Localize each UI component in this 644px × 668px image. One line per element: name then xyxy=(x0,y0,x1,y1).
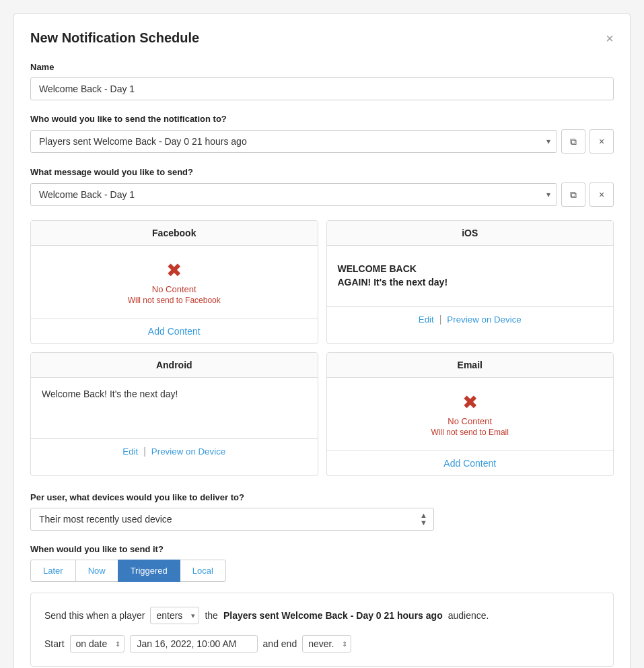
facebook-no-content-text: No Content xyxy=(152,284,196,294)
email-channel-header: Email xyxy=(327,353,614,378)
android-channel-header: Android xyxy=(31,353,318,378)
recipient-select-wrapper: Players sent Welcome Back - Day 0 21 hou… xyxy=(30,130,557,153)
facebook-channel-body: ✖ No Content Will not send to Facebook xyxy=(31,246,318,319)
message-select-wrapper: Welcome Back - Day 1 ▾ xyxy=(30,183,557,206)
android-preview-button[interactable]: Preview on Device xyxy=(151,446,225,457)
recipient-section: Who would you like to send the notificat… xyxy=(30,114,614,154)
channels-grid: Facebook ✖ No Content Will not send to F… xyxy=(30,220,614,476)
devices-select-wrapper: Their most recently used device ▲ ▼ xyxy=(30,508,434,531)
trigger-audience-text: Players sent Welcome Back - Day 0 21 hou… xyxy=(223,610,443,621)
ios-channel-header: iOS xyxy=(327,221,614,246)
trigger-text-middle: the xyxy=(205,610,217,621)
modal-container: New Notification Schedule × Name Who wou… xyxy=(13,13,631,668)
android-message-text: Welcome Back! It's the next day! xyxy=(42,389,178,399)
ios-channel-body: WELCOME BACK AGAIN! It's the next day! xyxy=(327,246,614,306)
trigger-text-before: Send this when a player xyxy=(44,610,145,621)
ios-channel-card: iOS WELCOME BACK AGAIN! It's the next da… xyxy=(326,220,614,344)
clear-icon: × xyxy=(599,136,604,147)
recipient-label: Who would you like to send the notificat… xyxy=(30,114,614,124)
recipient-clear-button[interactable]: × xyxy=(589,129,614,154)
end-select-wrapper: never. xyxy=(302,635,351,653)
email-channel-footer: Add Content xyxy=(327,450,614,475)
ios-separator: | xyxy=(439,314,442,325)
email-will-not-send: Will not send to Email xyxy=(431,428,509,437)
start-end-row: Start on date and end never. xyxy=(44,635,600,653)
email-add-content-button[interactable]: Add Content xyxy=(443,458,496,469)
start-select-wrapper: on date xyxy=(70,635,124,653)
schedule-tabs: Later Now Triggered Local xyxy=(30,560,614,582)
tab-local[interactable]: Local xyxy=(180,560,226,582)
ios-preview-button[interactable]: Preview on Device xyxy=(447,314,521,325)
date-input[interactable] xyxy=(130,635,258,653)
name-label: Name xyxy=(30,62,614,72)
message-copy-button[interactable]: ⧉ xyxy=(561,182,585,207)
android-channel-card: Android Welcome Back! It's the next day!… xyxy=(30,352,318,476)
copy-icon-2: ⧉ xyxy=(570,189,577,201)
devices-select[interactable]: Their most recently used device xyxy=(30,508,434,531)
android-message-content: Welcome Back! It's the next day! xyxy=(31,378,188,410)
send-section: When would you like to send it? Later No… xyxy=(30,544,614,667)
tab-later[interactable]: Later xyxy=(30,560,76,582)
message-label: What message would you like to send? xyxy=(30,167,614,177)
android-edit-preview-row: Edit | Preview on Device xyxy=(42,446,307,457)
trigger-row: Send this when a player enters the Playe… xyxy=(44,607,600,624)
ios-edit-button[interactable]: Edit xyxy=(419,314,434,325)
clear-icon-2: × xyxy=(599,189,604,200)
facebook-add-content-button[interactable]: Add Content xyxy=(148,326,201,337)
facebook-channel-header: Facebook xyxy=(31,221,318,246)
facebook-channel-card: Facebook ✖ No Content Will not send to F… xyxy=(30,220,318,344)
copy-icon: ⧉ xyxy=(570,136,577,147)
facebook-channel-footer: Add Content xyxy=(31,319,318,343)
android-channel-footer: Edit | Preview on Device xyxy=(31,438,318,463)
facebook-no-content-icon: ✖ xyxy=(166,259,182,281)
recipient-row: Players sent Welcome Back - Day 0 21 hou… xyxy=(30,129,614,154)
modal-title: New Notification Schedule xyxy=(30,30,199,46)
start-label: Start xyxy=(44,638,65,649)
android-separator: | xyxy=(143,446,146,457)
ios-message-content: WELCOME BACK AGAIN! It's the next day! xyxy=(327,252,459,300)
tab-now[interactable]: Now xyxy=(75,560,118,582)
end-label: and end xyxy=(263,638,297,649)
android-channel-body: Welcome Back! It's the next day! xyxy=(31,378,318,438)
facebook-will-not-send: Will not send to Facebook xyxy=(128,296,221,305)
modal-header: New Notification Schedule × xyxy=(30,30,614,46)
devices-section: Per user, what devices would you like to… xyxy=(30,492,614,531)
message-section: What message would you like to send? Wel… xyxy=(30,167,614,207)
tab-triggered[interactable]: Triggered xyxy=(118,560,180,582)
email-no-content-text: No Content xyxy=(448,416,492,426)
android-edit-button[interactable]: Edit xyxy=(122,446,138,457)
email-channel-card: Email ✖ No Content Will not send to Emai… xyxy=(326,352,614,476)
devices-label: Per user, what devices would you like to… xyxy=(30,492,614,502)
close-button[interactable]: × xyxy=(606,32,614,45)
message-row: Welcome Back - Day 1 ▾ ⧉ × xyxy=(30,182,614,207)
name-section: Name xyxy=(30,62,614,100)
email-no-content-icon: ✖ xyxy=(462,391,478,413)
recipient-select[interactable]: Players sent Welcome Back - Day 0 21 hou… xyxy=(30,130,557,153)
trigger-select-wrapper: enters xyxy=(150,607,199,624)
recipient-copy-button[interactable]: ⧉ xyxy=(561,129,585,154)
email-channel-body: ✖ No Content Will not send to Email xyxy=(327,378,614,450)
ios-channel-footer: Edit | Preview on Device xyxy=(327,306,614,331)
name-input[interactable] xyxy=(30,77,614,100)
ios-edit-preview-row: Edit | Preview on Device xyxy=(338,314,603,325)
send-label: When would you like to send it? xyxy=(30,544,614,554)
message-select[interactable]: Welcome Back - Day 1 xyxy=(30,183,557,206)
trigger-enters-select[interactable]: enters xyxy=(150,607,199,624)
trigger-text-after: audience. xyxy=(448,610,489,621)
trigger-box: Send this when a player enters the Playe… xyxy=(30,593,614,667)
ios-message-line1: WELCOME BACK AGAIN! It's the next day! xyxy=(338,263,448,289)
message-clear-button[interactable]: × xyxy=(589,182,614,207)
start-select[interactable]: on date xyxy=(70,635,124,653)
end-select[interactable]: never. xyxy=(302,635,351,653)
